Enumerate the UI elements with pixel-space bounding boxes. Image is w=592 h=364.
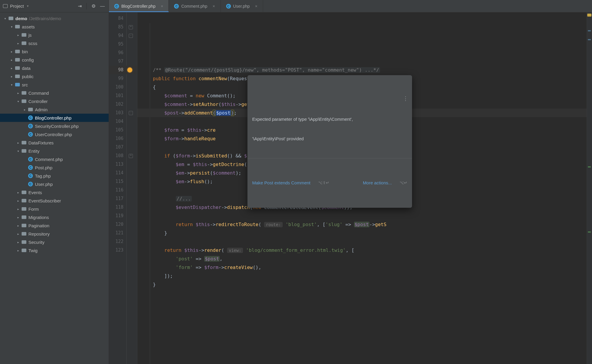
ok-marker-icon[interactable]: [588, 166, 591, 167]
editor-tab[interactable]: C User.php ×: [221, 0, 263, 12]
tree-arrow-icon[interactable]: ▾: [16, 149, 20, 153]
tree-folder[interactable]: ▸ config: [0, 56, 109, 64]
gutter-line[interactable]: 106: [109, 134, 137, 143]
gutter-line[interactable]: 94−: [109, 31, 137, 40]
hide-icon[interactable]: —: [99, 4, 106, 9]
tree-root[interactable]: ▾ demo /JetBrains/demo: [0, 14, 109, 22]
info-marker-icon[interactable]: [588, 39, 591, 40]
gutter-line[interactable]: 96: [109, 49, 137, 57]
tree-file[interactable]: C User.php: [0, 180, 109, 188]
tree-folder[interactable]: ▸ data: [0, 64, 109, 72]
code-line[interactable]: [137, 212, 587, 220]
tree-arrow-icon[interactable]: ▸: [9, 58, 14, 62]
tree-arrow-icon[interactable]: ▸: [16, 207, 20, 211]
tree-folder[interactable]: ▾ Controller: [0, 97, 109, 105]
gutter-line[interactable]: 108+: [109, 152, 137, 160]
fold-collapse-icon[interactable]: −: [129, 111, 133, 115]
gutter-line[interactable]: 99: [109, 74, 137, 83]
code-line[interactable]: [137, 289, 587, 297]
close-icon[interactable]: ×: [161, 4, 163, 9]
tree-folder[interactable]: ▸ Form: [0, 205, 109, 213]
code-line[interactable]: return $this->redirectToRoute( route: 'b…: [137, 220, 587, 229]
tree-file[interactable]: C Post.php: [0, 163, 109, 172]
gutter-line[interactable]: 84: [109, 14, 137, 23]
chevron-down-icon[interactable]: ▾: [27, 4, 29, 8]
code-line[interactable]: }: [137, 229, 587, 237]
marker-strip[interactable]: [587, 12, 592, 364]
tree-file[interactable]: C UserController.php: [0, 130, 109, 138]
code-editor[interactable]: ⋮ Expected parameter of type '\App\Entit…: [137, 12, 587, 364]
fold-expand-icon[interactable]: +: [129, 25, 133, 29]
fold-expand-icon[interactable]: +: [129, 154, 133, 158]
gutter-line[interactable]: 115: [109, 177, 137, 186]
tree-arrow-icon[interactable]: ▸: [16, 141, 20, 145]
project-tree[interactable]: ▾ demo /JetBrains/demo▾ assets▸ js▸ scss…: [0, 12, 109, 364]
gutter-line[interactable]: 97: [109, 57, 137, 66]
tree-folder[interactable]: ▾ assets: [0, 22, 109, 31]
ok-marker-icon[interactable]: [588, 231, 591, 233]
tree-arrow-icon[interactable]: ▸: [16, 240, 20, 244]
collapse-icon[interactable]: ⇥: [76, 3, 83, 9]
code-line[interactable]: 'form' => $form->createView(),: [137, 263, 587, 272]
tree-arrow-icon[interactable]: ▸: [16, 199, 20, 203]
info-marker-icon[interactable]: [588, 30, 591, 31]
gutter-line[interactable]: 114: [109, 169, 137, 177]
gutter-line[interactable]: 101: [109, 91, 137, 100]
tree-arrow-icon[interactable]: ▸: [22, 107, 27, 112]
gutter-line[interactable]: 123: [109, 246, 137, 255]
gutter-line[interactable]: 100: [109, 83, 137, 91]
tree-arrow-icon[interactable]: ▸: [9, 49, 14, 54]
intention-bulb-icon[interactable]: [127, 67, 132, 73]
gutter-line[interactable]: 85+: [109, 23, 137, 31]
tree-folder[interactable]: ▸ scss: [0, 39, 109, 47]
chevron-down-icon[interactable]: ▾: [3, 16, 7, 20]
tree-arrow-icon[interactable]: ▾: [9, 25, 14, 29]
tree-folder[interactable]: ▸ Admin: [0, 105, 109, 114]
warning-marker-icon[interactable]: [587, 14, 591, 17]
gutter-line[interactable]: 102: [109, 100, 137, 109]
tree-arrow-icon[interactable]: ▸: [16, 232, 20, 236]
gutter-line[interactable]: 122: [109, 237, 137, 246]
code-line[interactable]: /** @Route("/comment/{postSlug}/new", me…: [137, 66, 587, 74]
close-icon[interactable]: ×: [255, 4, 258, 9]
gutter-line[interactable]: 116: [109, 186, 137, 194]
tree-file[interactable]: C SecurityController.php: [0, 122, 109, 130]
tree-folder[interactable]: ▸ EventSubscriber: [0, 197, 109, 205]
code-line[interactable]: ]);: [137, 272, 587, 280]
code-line[interactable]: [137, 57, 587, 66]
gutter-line[interactable]: 118: [109, 203, 137, 212]
tree-folder[interactable]: ▸ bin: [0, 47, 109, 56]
tree-folder[interactable]: ▸ public: [0, 72, 109, 80]
tree-folder[interactable]: ▸ DataFixtures: [0, 138, 109, 147]
tree-folder[interactable]: ▸ Repository: [0, 230, 109, 238]
tree-arrow-icon[interactable]: ▾: [9, 83, 14, 87]
popup-more-actions-link[interactable]: More actions...: [363, 178, 392, 187]
fold-collapse-icon[interactable]: −: [129, 34, 133, 38]
project-view-title[interactable]: Project: [10, 4, 24, 9]
tree-arrow-icon[interactable]: ▸: [16, 33, 20, 37]
tree-folder[interactable]: ▾ src: [0, 80, 109, 89]
gutter-line[interactable]: 117: [109, 194, 137, 203]
tree-folder[interactable]: ▸ Events: [0, 188, 109, 197]
gutter-line[interactable]: 95: [109, 40, 137, 49]
tree-folder[interactable]: ▸ Command: [0, 89, 109, 97]
code-line[interactable]: 'post' => $post,: [137, 255, 587, 263]
tree-arrow-icon[interactable]: ▸: [16, 215, 20, 219]
tree-arrow-icon[interactable]: ▸: [16, 41, 20, 45]
editor-tab[interactable]: C BlogController.php ×: [109, 0, 169, 12]
editor-tab[interactable]: C Comment.php ×: [169, 0, 221, 12]
tree-arrow-icon[interactable]: ▸: [16, 190, 20, 194]
tree-arrow-icon[interactable]: ▸: [16, 91, 20, 95]
tree-folder[interactable]: ▸ js: [0, 31, 109, 39]
popup-quickfix-link[interactable]: Make Post extends Comment: [252, 178, 311, 187]
tree-folder[interactable]: ▸ Security: [0, 238, 109, 246]
gutter-line[interactable]: 113: [109, 160, 137, 169]
tree-folder[interactable]: ▸ Pagination: [0, 221, 109, 230]
gutter-line[interactable]: 103−: [109, 109, 137, 117]
close-icon[interactable]: ×: [213, 4, 215, 9]
gutter-line[interactable]: 107: [109, 143, 137, 152]
gutter-line[interactable]: 119: [109, 212, 137, 220]
popup-menu-icon[interactable]: ⋮: [403, 95, 408, 102]
tree-file[interactable]: C Comment.php: [0, 155, 109, 163]
gear-icon[interactable]: ⚙: [90, 3, 97, 9]
